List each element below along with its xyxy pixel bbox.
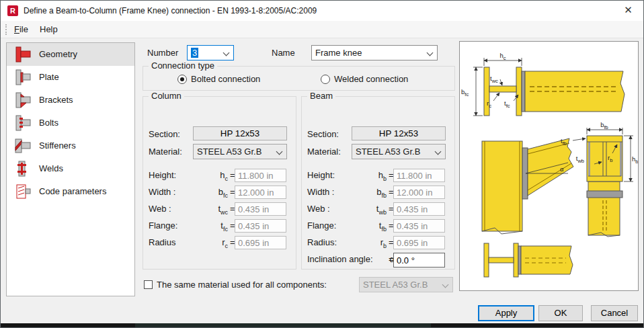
width-label: Width : [307, 186, 334, 199]
name-combobox[interactable]: Frame knee [311, 45, 438, 60]
beam-legend: Beam [307, 91, 335, 101]
beam-radius-input [393, 236, 445, 249]
connection-diagram: hc bfc twc rc tfc α [460, 42, 638, 290]
web-label: Web : [307, 202, 330, 216]
sidebar-item-welds[interactable]: Welds [7, 157, 134, 180]
chevron-down-icon[interactable] [223, 50, 230, 56]
dim-twc-label: twc [490, 75, 498, 84]
name-label: Name [272, 48, 295, 58]
column-width-row: Width : bfc = [143, 186, 296, 200]
web-symbol: twb [360, 202, 387, 219]
chevron-down-icon[interactable] [427, 50, 434, 56]
column-legend: Column [149, 91, 184, 101]
same-material-value: STEEL A53 Gr.B [363, 280, 428, 290]
column-section-label: Section: [149, 129, 180, 139]
flange-symbol: tfb [360, 219, 387, 236]
title-bar[interactable]: R Define a Beam-to-Column (Frame Knee) c… [1, 1, 643, 21]
beam-material-combobox[interactable]: STEEL A53 Gr.B [352, 144, 446, 159]
robot-app-icon: R [7, 5, 18, 16]
sidebar-item-label: Plate [39, 66, 59, 89]
height-symbol: hb [360, 169, 387, 186]
column-flange-input [235, 219, 286, 233]
flange-label: Flange: [149, 219, 177, 233]
apply-button[interactable]: Apply [478, 305, 534, 321]
column-flange-row: Flange: tfc = [143, 219, 296, 234]
beam-group: Beam Section: HP 12x53 Material: STEEL A… [301, 96, 455, 270]
sidebar-item-label: Stiffeners [39, 134, 76, 157]
dim-hc-label: hc [499, 52, 506, 61]
dim-bfc-label: bfc [461, 88, 469, 97]
beam-flange-row: Flange: tfb = [302, 219, 454, 234]
sidebar-item-brackets[interactable]: Brackets [7, 89, 134, 112]
flange-label: Flange: [307, 219, 336, 233]
height-symbol: hc [201, 169, 228, 186]
dim-tfc-label: tfc [504, 99, 510, 109]
web-label: Web : [149, 202, 171, 216]
radius-symbol: rc [201, 236, 228, 253]
connection-diagram-panel: hc bfc twc rc tfc α [459, 41, 639, 291]
inclination-angle-input[interactable] [393, 253, 445, 268]
column-height-row: Height: hc = [143, 169, 296, 183]
width-symbol: bfb [360, 186, 387, 202]
beam-width-row: Width : bfb = [302, 186, 454, 200]
window-title: Define a Beam-to-Column (Frame Knee) con… [24, 1, 317, 21]
beam-height-input [393, 169, 445, 182]
column-radius-input [235, 236, 286, 249]
chevron-down-icon[interactable] [435, 149, 442, 155]
chevron-down-icon [442, 282, 449, 288]
inclination-angle-label: Inclination angle: [307, 253, 373, 266]
sidebar-item-plate[interactable]: Plate [7, 66, 134, 89]
chevron-down-icon[interactable] [276, 149, 283, 155]
plate-icon [11, 69, 33, 86]
radius-label: Radius [149, 236, 175, 249]
column-section-button[interactable]: HP 12x53 [193, 126, 287, 140]
radius-label: Radius: [307, 236, 337, 249]
sidebar-item-bolts[interactable]: Bolts [7, 112, 134, 134]
welded-connection-radio[interactable] [321, 75, 330, 84]
same-material-combobox: STEEL A53 Gr.B [359, 277, 453, 292]
flange-symbol: tfc [201, 219, 228, 236]
beam-radius-row: Radius: rb = [302, 236, 454, 251]
web-symbol: twc [201, 202, 228, 219]
sidebar-item-label: Bolts [39, 112, 58, 134]
beam-web-input [393, 202, 445, 216]
menu-bar: File Help [1, 21, 643, 38]
sidebar-item-label: Brackets [39, 89, 73, 112]
bolted-connection-label[interactable]: Bolted connection [191, 74, 260, 84]
sidebar-item-stiffeners[interactable]: Stiffeners [7, 134, 134, 157]
name-value: Frame knee [315, 48, 362, 58]
code-parameters-icon [11, 183, 33, 200]
column-material-label: Material: [149, 147, 182, 157]
sidebar-item-label: Geometry [39, 43, 77, 66]
bolted-connection-radio[interactable] [177, 75, 187, 84]
ok-button[interactable]: OK [538, 305, 583, 321]
menu-file[interactable]: File [10, 21, 32, 38]
column-web-row: Web : twc = [143, 202, 296, 217]
column-height-input [235, 169, 286, 182]
height-label: Height: [149, 169, 176, 182]
close-icon[interactable]: ✕ [613, 1, 643, 21]
beam-section-button[interactable]: HP 12x53 [352, 126, 446, 140]
geometry-icon [11, 46, 33, 63]
stiffeners-icon [11, 137, 33, 155]
welded-connection-label[interactable]: Welded connection [334, 74, 408, 84]
beam-inclination-row: Inclination angle: α = [302, 253, 454, 268]
radius-symbol: rb [360, 236, 387, 253]
column-material-combobox[interactable]: STEEL A53 Gr.B [193, 144, 287, 159]
sidebar-item-code-parameters[interactable]: Code parameters [7, 180, 134, 203]
column-material-value: STEEL A53 Gr.B [197, 147, 261, 157]
same-material-label: The same material used for all component… [157, 280, 327, 290]
menu-help[interactable]: Help [36, 21, 62, 38]
width-symbol: bfc [201, 186, 228, 202]
welds-icon [11, 160, 33, 177]
connection-type-legend: Connection type [149, 60, 217, 71]
number-combobox[interactable]: 3 [187, 45, 234, 60]
cancel-button[interactable]: Cancel [591, 305, 638, 321]
sidebar-item-label: Code parameters [39, 180, 106, 203]
bolts-icon [11, 114, 33, 132]
sidebar-item-geometry[interactable]: Geometry [7, 43, 134, 66]
beam-material-value: STEEL A53 Gr.B [356, 147, 420, 157]
same-material-checkbox[interactable] [144, 280, 153, 289]
beam-height-row: Height: hb = [302, 169, 454, 183]
width-label: Width : [149, 186, 175, 199]
